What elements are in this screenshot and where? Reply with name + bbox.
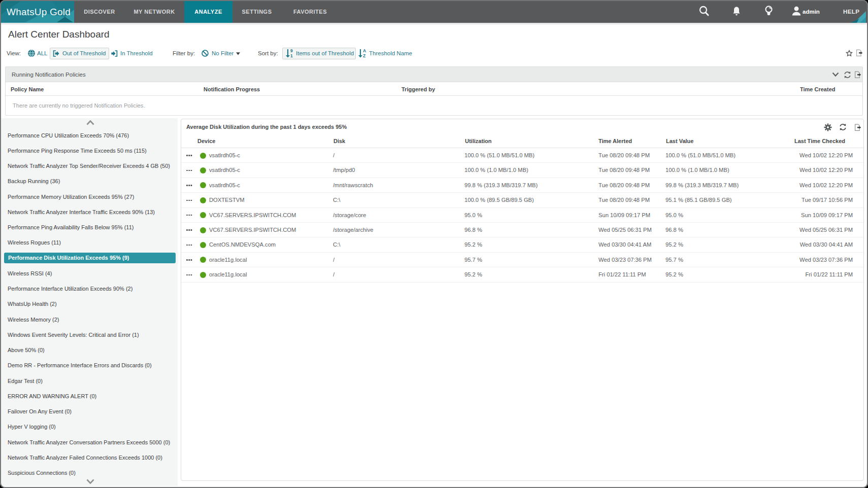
svg-text:Z: Z xyxy=(363,53,365,58)
svg-text:9: 9 xyxy=(290,49,293,53)
svg-text:A: A xyxy=(363,49,366,53)
svg-text:1: 1 xyxy=(290,53,293,58)
